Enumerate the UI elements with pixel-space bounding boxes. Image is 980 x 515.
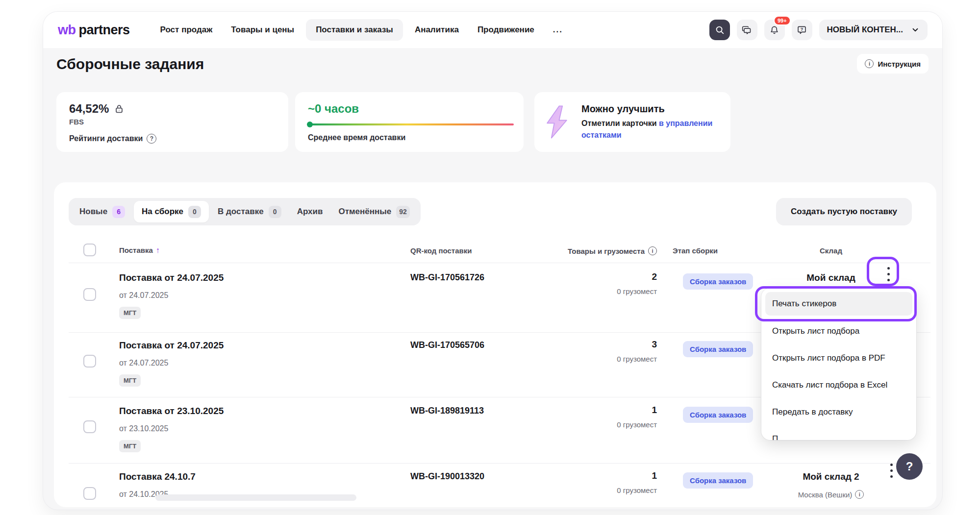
menu-item-transfer-to-delivery[interactable]: Передать в доставку [761, 398, 916, 425]
improve-text: Отметили карточки [581, 119, 657, 127]
row-checkbox[interactable] [83, 355, 96, 368]
question-circle-icon[interactable]: ? [147, 134, 156, 144]
support-button[interactable]: ? [792, 20, 812, 40]
menu-item-open-pick-list[interactable]: Открыть лист подбора [761, 318, 916, 344]
tab-assembling[interactable]: На сборке 0 [134, 201, 209, 222]
tab-cancelled-count: 92 [396, 206, 410, 218]
warehouse-location: Москва (Вешки) i [762, 490, 900, 499]
main-nav: Рост продаж Товары и цены Поставки и зак… [153, 19, 570, 41]
rating-value-row: 64,52% [69, 102, 276, 116]
nav-analytics[interactable]: Аналитика [408, 19, 466, 41]
info-circle-icon[interactable]: i [648, 246, 657, 255]
gauge-marker-dot [307, 122, 313, 127]
tab-archive[interactable]: Архив [289, 198, 331, 225]
menu-item-download-pick-list-excel[interactable]: Скачать лист подбора в Excel [761, 371, 916, 398]
tab-new-count: 6 [112, 206, 125, 218]
row-actions-menu-button[interactable] [887, 267, 890, 281]
cargo-count: 0 грузомест [564, 420, 657, 429]
goods-header-label: Товары и грузоместа [568, 247, 645, 255]
top-actions: 99+ ? НОВЫЙ КОНТЕН... [709, 20, 928, 40]
info-circle-icon[interactable]: i [855, 490, 864, 499]
warehouse-location-label: Москва (Вешки) [798, 490, 853, 499]
nav-more[interactable]: ... [546, 19, 570, 41]
chats-button[interactable] [737, 20, 757, 40]
menu-item-open-pick-list-pdf[interactable]: Открыть лист подбора в PDF [761, 344, 916, 371]
column-header-warehouse: Склад [772, 246, 890, 255]
row-checkbox[interactable] [83, 420, 96, 433]
notification-count-badge: 99+ [774, 16, 791, 25]
column-header-stage: Этап сборки [673, 246, 718, 255]
cargo-count: 0 грузомест [564, 355, 657, 363]
select-all-checkbox[interactable] [83, 244, 96, 256]
nav-sales-growth[interactable]: Рост продаж [153, 19, 220, 41]
cargo-count: 0 грузомест [564, 486, 657, 494]
row-checkbox[interactable] [83, 288, 96, 301]
goods-count: 1 [564, 405, 657, 416]
nav-promotion[interactable]: Продвижение [471, 19, 541, 41]
tab-archive-label: Архив [297, 207, 323, 217]
delivery-time-card: ~0 часов Среднее время доставки [295, 92, 524, 152]
divider [69, 263, 930, 263]
improve-description: Отметили карточки в управлении остатками [581, 118, 729, 140]
search-button[interactable] [709, 20, 730, 40]
supply-qr-code: WB-GI-170565706 [410, 340, 484, 350]
tab-cancelled-label: Отменённые [338, 207, 391, 217]
menu-item-partial[interactable]: П [761, 425, 916, 440]
delivery-time-gauge [308, 123, 514, 125]
chat-bubbles-icon [741, 25, 753, 36]
supply-tag-badge: МГТ [119, 440, 141, 452]
nav-supplies-orders[interactable]: Поставки и заказы [306, 19, 403, 41]
supply-title: Поставка от 24.07.2025 [119, 272, 224, 283]
sort-asc-icon: ↑ [156, 246, 160, 254]
rating-scheme: FBS [69, 118, 276, 126]
goods-count: 1 [564, 470, 657, 481]
tab-in-delivery-label: В доставке [218, 207, 264, 217]
instruction-button[interactable]: i Инструкция [857, 54, 929, 74]
top-bar: wb partners Рост продаж Товары и цены По… [43, 12, 942, 48]
supply-title: Поставка от 23.10.2025 [119, 406, 224, 417]
help-bubble-icon: ? [796, 25, 807, 36]
menu-item-print-stickers[interactable]: Печать стикеров [765, 292, 912, 316]
row-checkbox[interactable] [83, 487, 96, 500]
tab-cancelled[interactable]: Отменённые 92 [330, 198, 417, 225]
lock-icon [114, 103, 125, 115]
logo-partners: partners [79, 23, 130, 38]
help-fab-button[interactable]: ? [896, 453, 923, 480]
tab-new[interactable]: Новые 6 [72, 198, 133, 225]
horizontal-scrollbar[interactable] [155, 494, 356, 501]
goods-count: 3 [564, 339, 657, 350]
app-window: wb partners Рост продаж Товары и цены По… [43, 12, 942, 510]
divider [69, 463, 930, 464]
row-actions-menu-button[interactable] [890, 464, 893, 478]
supply-qr-code: WB-GI-170561726 [410, 272, 484, 283]
supply-tag-badge: МГТ [119, 374, 141, 387]
supply-date: от 24.07.2025 [119, 291, 168, 300]
wb-partners-logo[interactable]: wb partners [58, 23, 130, 38]
nav-goods-prices[interactable]: Товары и цены [224, 19, 301, 41]
supply-header-label: Поставка [119, 246, 153, 254]
bell-icon [769, 25, 780, 36]
improve-card: Можно улучшить Отметили карточки в управ… [534, 92, 730, 152]
tab-in-delivery[interactable]: В доставке 0 [210, 198, 289, 225]
supply-actions-menu: Печать стикеров Открыть лист подбора Отк… [761, 288, 916, 440]
notifications-button[interactable]: 99+ [764, 20, 785, 40]
instruction-label: Инструкция [878, 60, 921, 68]
account-name: НОВЫЙ КОНТЕН... [827, 25, 903, 35]
delivery-rating-card: 64,52% FBS Рейтинги доставки ? [56, 92, 288, 152]
account-selector[interactable]: НОВЫЙ КОНТЕН... [819, 20, 928, 40]
page-title: Сборочные задания [56, 56, 204, 73]
column-header-goods: Товары и грузоместа i [520, 246, 657, 255]
supply-title: Поставка от 24.07.2025 [119, 340, 224, 351]
info-circle-icon: i [865, 59, 874, 68]
column-header-supply[interactable]: Поставка↑ [119, 246, 160, 255]
supply-qr-code: WB-GI-190013320 [410, 471, 484, 482]
supply-title: Поставка 24.10.7 [119, 471, 196, 482]
supply-date: от 24.07.2025 [119, 359, 168, 368]
rating-value: 64,52% [69, 102, 109, 116]
supply-qr-code: WB-GI-189819113 [410, 406, 484, 416]
warehouse-name: Мой склад [772, 272, 890, 283]
create-empty-supply-button[interactable]: Создать пустую поставку [776, 198, 912, 225]
chevron-down-icon [911, 25, 920, 34]
stage-badge: Сборка заказов [683, 407, 753, 423]
stage-badge: Сборка заказов [683, 273, 753, 290]
